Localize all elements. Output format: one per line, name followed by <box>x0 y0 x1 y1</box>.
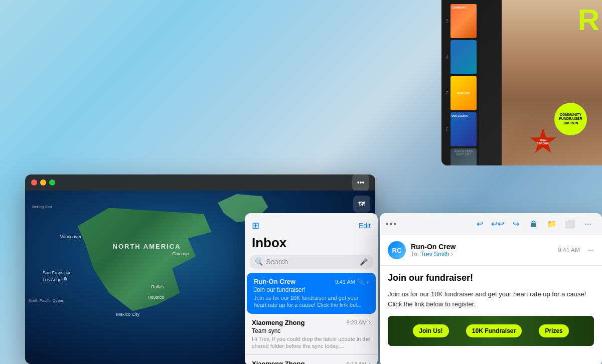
mail-time-2: 9:13 AM <box>347 361 367 364</box>
reply-all-button[interactable]: ↩↩ <box>490 216 506 232</box>
thumbnail-row-5[interactable]: 5 <box>443 76 477 110</box>
email-body-text: Join us for our 10K fundraiser and get y… <box>388 289 594 309</box>
fundraiser-pills-container: Join Us! 10K Fundraiser Prizes <box>388 316 594 346</box>
email-body: Join our fundraiser! Join us for our 10K… <box>380 266 602 358</box>
design-app-panel: 3 4 5 6 RUN ON CREW DON'T JUST ＋ <box>441 0 602 165</box>
mail-time-0: 9:41 AM <box>335 279 355 285</box>
mail-sender-0: Run-On Crew <box>254 278 295 285</box>
mail-list: Run-On Crew 9:41 AM 📎 › Join our fundrai… <box>245 273 378 364</box>
email-content-panel: ••• ↩ ↩↩ ↪ 🗑 📁 ⬜ ··· RC Run-On Crew <box>380 213 602 364</box>
email-from-row: RC Run-On Crew To: Trev Smith › 9:41 AM … <box>388 241 594 259</box>
reply-all-icon: ↩↩ <box>491 219 504 229</box>
search-icon: 🔍 <box>255 258 263 266</box>
search-placeholder: Search <box>266 258 357 266</box>
folder-icon: 📁 <box>547 219 557 229</box>
toolbar-dots[interactable]: ••• <box>386 220 397 229</box>
fundraiser-banner: Join Us! 10K Fundraiser Prizes <box>388 316 594 346</box>
dots-icon: ••• <box>357 178 365 187</box>
join-us-pill[interactable]: Join Us! <box>413 324 448 337</box>
design-overlay-letter: R <box>578 5 599 35</box>
mail-subject-0: Join our fundraiser! <box>254 286 369 293</box>
microphone-icon[interactable]: 🎤 <box>360 258 368 266</box>
reply-icon: ↩ <box>477 219 483 229</box>
thumb-num-6: 6 <box>443 127 448 132</box>
design-sidebar: 3 4 5 6 RUN ON CREW DON'T JUST ＋ <box>441 0 479 165</box>
thumb-num-3: 3 <box>443 19 448 24</box>
mail-inbox-header: ⊞ Edit <box>245 213 378 235</box>
map-icon: 🗺 <box>358 200 365 208</box>
san-francisco-dot <box>64 277 67 280</box>
mail-time-1: 9:28 AM <box>347 319 367 325</box>
folder-button[interactable]: 📁 <box>544 216 560 232</box>
close-button[interactable] <box>31 179 37 186</box>
mail-search-bar[interactable]: 🔍 Search 🎤 <box>250 255 373 269</box>
forward-button[interactable]: ↪ <box>508 216 524 232</box>
mail-preview-0: Join us for our 10K fundraiser and get y… <box>254 294 369 309</box>
email-timestamp: 9:41 AM <box>558 247 580 254</box>
email-to-line: To: Trev Smith › <box>411 251 553 258</box>
mail-sender-1: Xiaomeng Zhong <box>252 319 305 326</box>
more-icon: ··· <box>584 220 591 229</box>
chevron-right-1: › <box>369 319 371 326</box>
chevron-right-0: › <box>367 278 369 285</box>
mail-sender-2: Xiaomeng Zhong <box>252 360 305 364</box>
minimize-button[interactable] <box>40 179 46 186</box>
thumbnail-row-6[interactable]: 6 <box>443 112 477 146</box>
mail-subject-1: Team sync <box>252 327 371 334</box>
mail-inbox-panel: ⊞ Edit Inbox 🔍 Search 🎤 Run-On Crew 9:41… <box>245 213 378 364</box>
thumbnail-5[interactable] <box>450 76 477 110</box>
mail-item-header-0: Run-On Crew 9:41 AM 📎 › <box>254 278 369 285</box>
attachment-icon-0: 📎 <box>357 278 365 285</box>
thumb-num-4: 4 <box>443 55 448 60</box>
sidebar-toggle-icon[interactable]: ⊞ <box>252 220 259 231</box>
thumbnail-6[interactable] <box>450 112 477 146</box>
reply-button[interactable]: ↩ <box>472 216 488 232</box>
maps-toolbar-icons: ••• <box>352 174 369 191</box>
trash-icon: 🗑 <box>530 220 538 229</box>
map-style-button[interactable]: 🗺 <box>353 196 370 213</box>
traffic-lights <box>31 179 55 186</box>
new-window-icon: ⬜ <box>565 219 575 229</box>
email-subject: Join our fundraiser! <box>388 273 594 283</box>
inbox-title: Inbox <box>245 235 378 255</box>
mail-item-header-1: Xiaomeng Zhong 9:28 AM › <box>252 319 371 326</box>
maximize-button[interactable] <box>49 179 55 186</box>
email-from-name: Run-On Crew <box>411 243 553 251</box>
mail-item-0[interactable]: Run-On Crew 9:41 AM 📎 › Join our fundrai… <box>247 273 376 314</box>
chevron-right-2: › <box>369 360 371 364</box>
email-to-name[interactable]: Trev Smith <box>420 251 449 258</box>
new-window-button[interactable]: ⬜ <box>562 216 578 232</box>
mail-item-2[interactable]: Xiaomeng Zhong 9:13 AM › Friday meeting <box>245 355 378 364</box>
thumbnail-extra[interactable]: RUN ON CREW DON'T JUST <box>450 148 477 165</box>
sender-avatar: RC <box>388 241 406 259</box>
mail-item-header-2: Xiaomeng Zhong 9:13 AM › <box>252 360 371 364</box>
10k-fundraiser-pill[interactable]: 10K Fundraiser <box>466 324 522 337</box>
email-from-info: Run-On Crew To: Trev Smith › <box>411 243 553 258</box>
thumbnail-row-extra: RUN ON CREW DON'T JUST <box>443 148 477 165</box>
community-fundraiser-badge: COMMUNITY FUNDRAISER 10K RUN <box>554 103 587 135</box>
prizes-pill[interactable]: Prizes <box>539 324 568 337</box>
email-toolbar: ••• ↩ ↩↩ ↪ 🗑 📁 ⬜ ··· <box>380 213 602 235</box>
mail-preview-1: Hi Trev, If you could drop the latest up… <box>252 335 371 350</box>
edit-inbox-button[interactable]: Edit <box>359 222 371 230</box>
design-main-canvas: R COMMUNITY FUNDRAISER 10K RUN RUN STRON… <box>479 0 602 165</box>
thumbnail-3[interactable] <box>450 4 477 38</box>
design-canvas-content: R COMMUNITY FUNDRAISER 10K RUN RUN STRON… <box>479 0 602 165</box>
more-button[interactable]: ··· <box>580 216 596 232</box>
thumbnail-row-4[interactable]: 4 <box>443 40 477 74</box>
mail-item-1[interactable]: Xiaomeng Zhong 9:28 AM › Team sync Hi Tr… <box>245 314 378 355</box>
maps-dots-menu[interactable]: ••• <box>352 174 369 191</box>
email-flag-icon[interactable]: ⋯ <box>588 247 594 254</box>
trash-button[interactable]: 🗑 <box>526 216 542 232</box>
thumbnail-row-3[interactable]: 3 <box>443 4 477 38</box>
maps-titlebar: ••• <box>25 174 375 191</box>
thumbnail-4[interactable] <box>450 40 477 74</box>
thumb-num-5: 5 <box>443 91 448 96</box>
forward-icon: ↪ <box>513 219 519 229</box>
email-header: RC Run-On Crew To: Trev Smith › 9:41 AM … <box>380 235 602 266</box>
